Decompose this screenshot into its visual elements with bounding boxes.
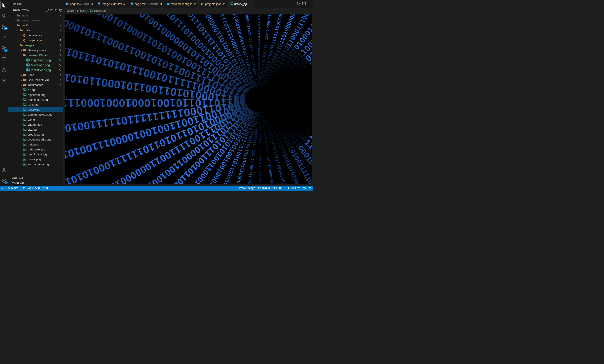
tab-page-tsx[interactable]: page.tsx.../projectsM <box>128 0 164 8</box>
folder-next[interactable]: ›.next <box>8 13 63 18</box>
tab-label: page.tsx <box>135 2 146 6</box>
manage-icon[interactable]: 1 <box>0 177 8 185</box>
file-deskimage[interactable]: deskImage.jpg <box>8 152 63 157</box>
file-city[interactable]: city.jpg <box>8 127 63 132</box>
file-chatgpt[interactable]: chatgpt.jpg <box>8 122 63 127</box>
debug-icon[interactable] <box>0 33 8 41</box>
file-creative[interactable]: creative.png <box>8 132 63 137</box>
extensions-icon[interactable]: 12 <box>0 44 8 52</box>
json-file-icon: {} <box>23 38 27 42</box>
search-icon[interactable] <box>0 12 8 20</box>
tree-item-label: LogInPage.png <box>31 58 58 62</box>
file-picofcode[interactable]: PicOfCode.pngA <box>8 67 63 73</box>
collapse-all-icon[interactable] <box>59 9 62 12</box>
sync-icon[interactable] <box>23 187 25 190</box>
project-name: PRODUCTION <box>13 9 29 12</box>
file-cyber[interactable]: cyber-security.png <box>8 137 63 142</box>
git-branch[interactable]: main*+ <box>7 186 20 190</box>
breadcrumb[interactable]: public › images › binary.jpg <box>63 8 313 14</box>
folder-taskmaster[interactable]: ›TaskMaster <box>8 82 63 87</box>
tab-more-icon[interactable]: ⋯ <box>308 2 311 6</box>
project-section-header[interactable]: ⌄ PRODUCTION <box>8 8 63 13</box>
file-projects[interactable]: {}projects.jsonM <box>8 38 63 43</box>
new-file-icon[interactable] <box>46 9 49 12</box>
file-datapng[interactable]: data.png <box>8 142 63 147</box>
folder-images[interactable]: ⌄images <box>8 43 63 48</box>
new-folder-icon[interactable] <box>50 9 53 12</box>
file-binary[interactable]: binary.jpg <box>8 107 63 112</box>
folder-public[interactable]: ⌄public <box>8 23 63 28</box>
file-ecommerce[interactable]: e-commerce.jpg <box>8 162 63 167</box>
file-database[interactable]: database.jpg <box>8 147 63 152</box>
image-file-icon <box>26 68 30 72</box>
folder-javaapptsetter[interactable]: ⌄JavaApptSetter <box>8 53 63 58</box>
problems[interactable]: 0 0 <box>28 186 40 190</box>
folder-open-icon <box>23 53 27 57</box>
run-icon[interactable] <box>296 2 300 6</box>
svg-point-135 <box>9 188 10 189</box>
react-icon <box>98 2 101 5</box>
chevron-down-icon: ⌄ <box>17 44 20 47</box>
tree-item-label: DeliveryRoute <box>28 49 59 52</box>
remote-indicator[interactable] <box>2 187 5 190</box>
file-mainpage[interactable]: MainPage.pngA <box>8 62 63 67</box>
file-login[interactable]: LogInPage.pngA <box>8 58 63 62</box>
folder-data[interactable]: ⌄data <box>8 28 63 33</box>
image-file-icon <box>23 123 27 126</box>
go-live[interactable]: Go Live <box>287 186 300 190</box>
ports[interactable]: 0 <box>42 186 48 190</box>
file-bee[interactable]: Bee.jpeg <box>8 102 63 107</box>
svg-point-49 <box>24 129 25 129</box>
folder-deliveryroute[interactable]: ›DeliveryRoute <box>8 48 63 53</box>
svg-text:{}: {} <box>201 3 203 5</box>
chevron-right-icon: › <box>20 83 23 87</box>
tab-binary-jpg[interactable]: binary.jpg× <box>228 0 253 8</box>
git-status-indicator: A <box>58 58 61 61</box>
svg-point-13 <box>3 80 5 81</box>
tree-item-label: city.jpg <box>28 128 61 131</box>
folder-loan[interactable]: ›Loan <box>8 73 63 77</box>
file-algorithm[interactable]: algorithm.png <box>8 92 63 97</box>
explorer-icon[interactable] <box>0 1 8 9</box>
notifications-icon[interactable] <box>309 187 312 190</box>
file-drone[interactable]: drone.png <box>8 157 63 162</box>
folder-node_modules[interactable]: ›node_modules <box>8 18 63 23</box>
testing-icon[interactable] <box>0 66 8 74</box>
tree-item-label: deskImage.jpg <box>28 153 61 156</box>
image-dimensions: 1280x853 <box>258 186 270 190</box>
file-ai[interactable]: ai.jpg <box>8 87 63 92</box>
tab-projects-json[interactable]: {}projects.jsonM <box>199 0 228 8</box>
remote-explorer-icon[interactable] <box>0 55 8 63</box>
sidebar-more-icon[interactable]: ⋯ <box>58 2 61 5</box>
settings-gear-icon[interactable] <box>0 77 8 85</box>
tab-imageslider-tsx[interactable]: ImageSlider.tsxM <box>95 0 128 8</box>
tree-item-label: drone.png <box>28 158 61 161</box>
svg-point-27 <box>27 59 28 60</box>
file-architecture[interactable]: architecture.jpg <box>8 97 63 102</box>
file-cpng[interactable]: c.png <box>8 117 63 122</box>
image-zoom-mode[interactable]: Whole Image <box>239 186 255 190</box>
chevron-down-icon: ⌄ <box>13 24 17 27</box>
image-file-icon <box>23 147 27 151</box>
source-control-icon[interactable]: 28 <box>0 23 8 31</box>
image-preview[interactable]: 0101010100110001101111010010001000100101… <box>65 14 312 184</box>
editor-tabs: page.tsx.../appMImageSlider.tsxMpage.tsx… <box>63 0 313 8</box>
file-blanket[interactable]: BlanketFlower.jpeg <box>8 112 63 117</box>
outline-section[interactable]: › OUTLINE <box>8 176 63 181</box>
copilot-icon[interactable] <box>303 187 306 190</box>
tab-label: ImageSlider.tsx <box>102 2 122 6</box>
folder-secureshell[interactable]: ›SecureShellGUI <box>8 77 63 82</box>
close-icon[interactable]: × <box>248 2 251 6</box>
svg-point-141 <box>288 188 289 189</box>
chevron-right-icon: › <box>87 9 88 12</box>
dirty-dot-icon <box>60 84 61 85</box>
timeline-section[interactable]: › TIMELINE <box>8 181 63 186</box>
image-file-icon <box>230 2 233 5</box>
tab-tailwind-config-ts[interactable]: tailwind.config.tsM <box>164 0 199 8</box>
accounts-icon[interactable] <box>0 166 8 174</box>
refresh-icon[interactable] <box>55 9 58 12</box>
tab-page-tsx[interactable]: page.tsx.../appM <box>63 0 95 8</box>
split-editor-icon[interactable] <box>302 2 306 6</box>
tab-label: tailwind.config.ts <box>171 2 192 6</box>
file-convos[interactable]: {}convos.json <box>8 33 63 38</box>
